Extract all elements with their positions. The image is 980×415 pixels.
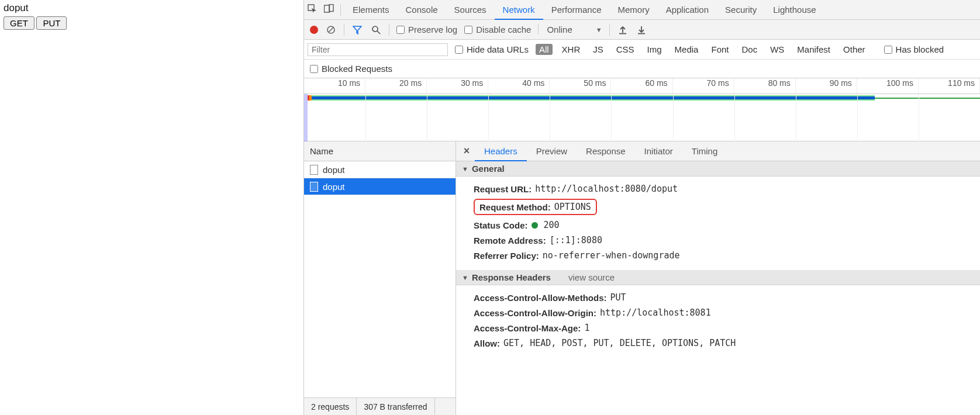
request-method-value: OPTIONS: [554, 202, 591, 212]
acao-value: http://localhost:8081: [600, 307, 711, 318]
page-button-row: GET PUT: [4, 16, 300, 30]
section-general-title: General: [472, 164, 505, 174]
disable-cache-input[interactable]: [464, 26, 472, 34]
filter-type-ws[interactable]: WS: [767, 44, 788, 55]
referrer-policy-key: Referrer Policy:: [474, 251, 539, 261]
clear-icon[interactable]: [325, 25, 337, 34]
has-blocked-input[interactable]: [884, 46, 892, 54]
time-tick: 90 ms: [796, 78, 857, 94]
blocked-requests-label: Blocked Requests: [322, 64, 392, 74]
divider: [609, 24, 610, 36]
network-toolbar: Preserve log Disable cache Online ▼: [304, 20, 980, 40]
status-code-value: 200: [544, 220, 560, 230]
view-source-link[interactable]: view source: [568, 272, 615, 282]
document-icon: [310, 165, 318, 175]
request-method-key: Request Method:: [479, 202, 551, 212]
tab-performance[interactable]: Performance: [543, 0, 610, 20]
section-general[interactable]: ▼ General: [456, 161, 980, 177]
svg-point-5: [372, 26, 378, 32]
throttling-select[interactable]: Online ▼: [538, 25, 602, 34]
filter-type-manifest[interactable]: Manifest: [793, 44, 834, 55]
close-icon[interactable]: ×: [458, 145, 475, 157]
details-tabs: × HeadersPreviewResponseInitiatorTiming: [456, 141, 980, 161]
request-row[interactable]: doput: [304, 161, 456, 178]
time-tick: 40 ms: [488, 78, 550, 94]
hide-data-urls-label: Hide data URLs: [467, 44, 529, 54]
filter-type-doc[interactable]: Doc: [738, 44, 761, 55]
hide-data-urls-checkbox[interactable]: Hide data URLs: [455, 44, 529, 54]
acam-value: PUT: [610, 292, 626, 303]
tab-security[interactable]: Security: [717, 0, 765, 20]
filter-input[interactable]: [308, 43, 448, 56]
details-tab-response[interactable]: Response: [577, 141, 635, 161]
filter-type-all[interactable]: All: [536, 44, 553, 55]
preserve-log-label: Preserve log: [408, 25, 457, 34]
time-tick: 50 ms: [550, 78, 611, 94]
tab-lighthouse[interactable]: Lighthouse: [765, 0, 824, 20]
timeline-overview[interactable]: [304, 94, 980, 141]
disclosure-icon: ▼: [462, 274, 468, 281]
upload-har-icon[interactable]: [617, 25, 629, 34]
put-button[interactable]: PUT: [36, 16, 67, 30]
divider: [344, 24, 344, 36]
tab-console[interactable]: Console: [398, 0, 446, 20]
filter-type-xhr[interactable]: XHR: [558, 44, 584, 55]
blocked-requests-checkbox[interactable]: Blocked Requests: [310, 64, 392, 74]
preserve-log-input[interactable]: [396, 26, 405, 34]
filter-bar: Hide data URLs AllXHRJSCSSImgMediaFontDo…: [304, 40, 980, 60]
throttling-value: Online: [547, 25, 572, 34]
tab-application[interactable]: Application: [658, 0, 717, 20]
status-requests: 2 requests: [304, 398, 357, 415]
tab-sources[interactable]: Sources: [446, 0, 495, 20]
network-timeline[interactable]: 10 ms20 ms30 ms40 ms50 ms60 ms70 ms80 ms…: [304, 78, 980, 141]
request-list-header[interactable]: Name: [304, 141, 456, 161]
download-har-icon[interactable]: [636, 25, 647, 34]
request-name: doput: [323, 182, 345, 192]
filter-type-font[interactable]: Font: [708, 44, 732, 55]
request-url-key: Request URL:: [474, 184, 532, 194]
divider: [340, 4, 341, 16]
time-tick: 60 ms: [611, 78, 672, 94]
filter-type-css[interactable]: CSS: [613, 44, 638, 55]
page-title: doput: [4, 2, 300, 14]
time-tick: 30 ms: [427, 78, 488, 94]
status-code-key: Status Code:: [474, 220, 528, 230]
preserve-log-checkbox[interactable]: Preserve log: [396, 25, 457, 34]
device-toggle-icon[interactable]: [320, 4, 337, 15]
time-tick: 20 ms: [365, 78, 427, 94]
details-tab-headers[interactable]: Headers: [475, 141, 527, 161]
request-row[interactable]: doput: [304, 178, 456, 195]
request-list: doputdoput: [304, 161, 456, 397]
tab-network[interactable]: Network: [495, 0, 543, 20]
hide-data-urls-input[interactable]: [455, 46, 463, 54]
details-tab-initiator[interactable]: Initiator: [635, 141, 682, 161]
tab-elements[interactable]: Elements: [344, 0, 398, 20]
search-icon[interactable]: [370, 25, 382, 34]
filter-type-media[interactable]: Media: [671, 44, 702, 55]
blocked-requests-input[interactable]: [310, 65, 318, 73]
disable-cache-checkbox[interactable]: Disable cache: [464, 25, 531, 34]
filter-type-js[interactable]: JS: [589, 44, 607, 55]
network-split: Name doputdoput 2 requests 307 B transfe…: [304, 141, 980, 415]
document-icon: [310, 182, 318, 192]
section-response-headers[interactable]: ▼ Response Headers view source: [456, 270, 980, 285]
filter-type-img[interactable]: Img: [644, 44, 665, 55]
request-list-pane: Name doputdoput 2 requests 307 B transfe…: [304, 141, 456, 415]
devtools: ElementsConsoleSourcesNetworkPerformance…: [304, 0, 980, 415]
filter-type-other[interactable]: Other: [840, 44, 869, 55]
timeline-selection-handle[interactable]: [304, 94, 308, 141]
webpage-pane: doput GET PUT: [0, 0, 304, 415]
blocked-requests-row: Blocked Requests: [304, 60, 980, 78]
filter-icon[interactable]: [351, 25, 363, 34]
remote-address-value: [::1]:8080: [550, 235, 602, 245]
details-tab-preview[interactable]: Preview: [527, 141, 577, 161]
inspect-icon[interactable]: [304, 4, 320, 15]
get-button[interactable]: GET: [4, 16, 34, 30]
details-pane: × HeadersPreviewResponseInitiatorTiming …: [456, 141, 980, 415]
has-blocked-checkbox[interactable]: Has blocked: [884, 44, 944, 54]
details-tab-timing[interactable]: Timing: [682, 141, 727, 161]
acma-value: 1: [584, 323, 589, 333]
tab-memory[interactable]: Memory: [610, 0, 658, 20]
record-button[interactable]: [310, 26, 318, 34]
disable-cache-label: Disable cache: [476, 25, 531, 34]
